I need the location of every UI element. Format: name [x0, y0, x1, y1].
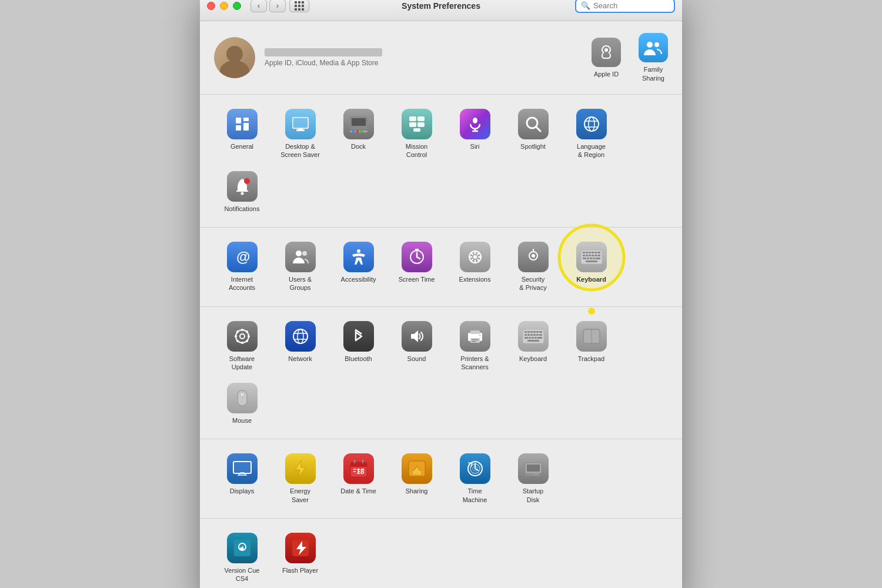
pref-item-internet[interactable]: @ InternetAccounts	[214, 237, 270, 297]
svg-rect-44	[586, 252, 588, 253]
displays-label: Displays	[230, 487, 255, 495]
family-sharing-item[interactable]: FamilySharing	[639, 33, 668, 82]
svg-point-16	[360, 130, 363, 133]
svg-point-15	[356, 130, 359, 133]
keyboard2-label: Keyboard	[519, 355, 547, 363]
pref-item-trackpad[interactable]: Trackpad	[563, 316, 619, 376]
pref-item-bluetooth[interactable]: Bluetooth	[330, 316, 386, 376]
minimize-button[interactable]	[220, 2, 228, 10]
svg-point-72	[298, 329, 303, 343]
notifications-icon	[227, 171, 258, 202]
apple-id-item[interactable]: Apple ID	[592, 38, 621, 78]
pref-item-flash[interactable]: Flash Player	[272, 528, 328, 588]
dock-icon	[343, 109, 374, 139]
svg-text:@: @	[236, 249, 250, 265]
printers-icon	[460, 321, 490, 352]
pref-item-notifications[interactable]: Notifications	[214, 166, 270, 218]
svg-point-34	[296, 250, 302, 256]
pref-item-accessibility[interactable]: Accessibility	[330, 237, 386, 297]
datetime-icon: 18	[343, 453, 374, 484]
svg-point-66	[248, 335, 250, 338]
svg-rect-94	[524, 337, 528, 339]
pref-item-screentime[interactable]: Screen Time	[389, 237, 445, 297]
pref-item-desktop[interactable]: Desktop &Screen Saver	[272, 104, 328, 164]
section-3: SoftwareUpdate Network	[200, 307, 682, 440]
users-label: Users &Groups	[289, 275, 312, 292]
svg-point-62	[240, 334, 245, 339]
svg-rect-86	[536, 331, 539, 333]
svg-point-80	[479, 334, 480, 336]
pref-item-keyboard2[interactable]: Keyboard	[505, 316, 561, 376]
flash-icon	[285, 533, 316, 563]
pref-item-sound[interactable]: Sound	[389, 316, 445, 376]
search-box[interactable]: 🔍	[575, 0, 675, 13]
search-input[interactable]	[593, 1, 669, 10]
pref-item-security[interactable]: Security& Privacy	[505, 237, 561, 297]
keyboard2-icon	[518, 321, 549, 352]
svg-rect-121	[413, 471, 421, 475]
pref-item-sharing[interactable]: Sharing	[389, 449, 445, 509]
svg-rect-77	[470, 338, 480, 343]
svg-rect-8	[293, 118, 308, 128]
pref-item-timemachine[interactable]: TimeMachine	[447, 449, 503, 509]
profile-right: Apple ID FamilySharing	[592, 33, 668, 82]
svg-rect-57	[590, 258, 592, 259]
pref-item-network[interactable]: Network	[272, 316, 328, 376]
svg-point-63	[241, 329, 243, 331]
family-sharing-icon	[639, 33, 668, 62]
forward-button[interactable]: ›	[269, 0, 286, 12]
svg-rect-21	[413, 128, 420, 132]
svg-point-67	[236, 330, 239, 333]
pref-item-datetime[interactable]: 18 Date & Time	[330, 449, 386, 509]
sharing-icon	[402, 453, 432, 484]
security-label: Security& Privacy	[519, 275, 546, 292]
section-4: Displays EnergySaver	[200, 439, 682, 519]
keyboard-icon	[576, 242, 607, 272]
svg-rect-43	[583, 252, 585, 253]
svg-point-38	[473, 255, 477, 259]
profile-name-bar	[265, 48, 382, 56]
notifications-label: Notifications	[225, 205, 260, 213]
pref-item-versioncue[interactable]: Version CueCS4	[214, 528, 270, 588]
pref-grid-2: @ InternetAccounts Users &Gro	[214, 237, 668, 297]
pref-item-software[interactable]: SoftwareUpdate	[214, 316, 270, 376]
svg-rect-90	[530, 334, 533, 336]
pref-item-printers[interactable]: Printers &Scanners	[447, 316, 503, 376]
sound-icon	[402, 321, 432, 352]
svg-rect-10	[298, 128, 303, 129]
trackpad-icon	[576, 321, 607, 352]
pref-item-users[interactable]: Users &Groups	[272, 237, 328, 297]
pref-item-general[interactable]: General	[214, 104, 270, 164]
close-button[interactable]	[207, 2, 215, 10]
back-button[interactable]: ‹	[250, 0, 267, 12]
pref-grid-1: General Desktop &Screen Saver	[214, 104, 668, 218]
pref-item-startup[interactable]: StartupDisk	[505, 449, 561, 509]
pref-item-mission[interactable]: MissionControl	[389, 104, 445, 164]
svg-rect-83	[527, 331, 530, 333]
pref-item-spotlight[interactable]: Spotlight	[505, 104, 561, 164]
grid-view-button[interactable]	[289, 0, 309, 12]
timemachine-icon	[460, 453, 490, 484]
svg-rect-84	[530, 331, 533, 333]
pref-item-siri[interactable]: Siri	[447, 104, 503, 164]
svg-rect-52	[592, 255, 594, 256]
svg-rect-51	[589, 255, 591, 256]
desktop-label: Desktop &Screen Saver	[280, 142, 320, 159]
svg-point-35	[302, 251, 307, 256]
pref-item-dock[interactable]: Dock	[330, 104, 386, 164]
svg-point-31	[244, 178, 250, 184]
pref-item-displays[interactable]: Displays	[214, 449, 270, 509]
svg-rect-60	[586, 260, 597, 262]
pref-item-language[interactable]: Language& Region	[563, 104, 619, 164]
energy-label: EnergySaver	[290, 487, 310, 504]
pref-item-energy[interactable]: EnergySaver	[272, 449, 328, 509]
main-content: Apple ID, iCloud, Media & App Store Appl…	[200, 21, 682, 588]
desktop-icon	[285, 109, 316, 139]
pref-item-extensions[interactable]: Extensions	[447, 237, 503, 297]
section-5: Version CueCS4 Flash Player	[200, 519, 682, 588]
svg-point-14	[352, 130, 355, 133]
pref-item-keyboard[interactable]: Keyboard	[563, 237, 619, 297]
maximize-button[interactable]	[233, 2, 241, 10]
svg-point-40	[532, 254, 535, 258]
pref-item-mouse[interactable]: Mouse	[214, 378, 270, 429]
